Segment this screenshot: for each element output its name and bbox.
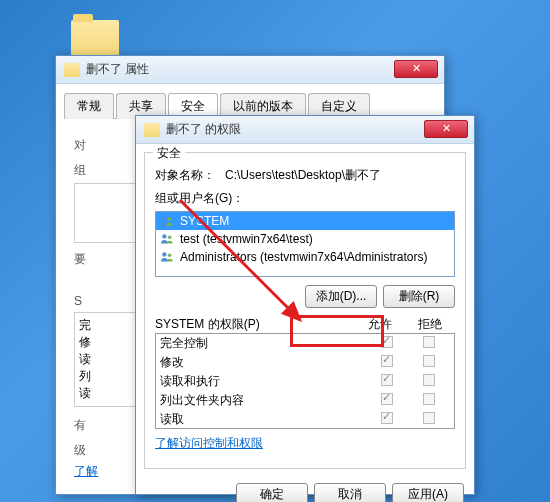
allow-checkbox[interactable] bbox=[381, 336, 393, 348]
svg-point-0 bbox=[162, 216, 166, 220]
object-name-label: 对象名称： bbox=[155, 167, 225, 184]
cancel-button[interactable]: 取消 bbox=[314, 483, 386, 502]
allow-checkbox[interactable] bbox=[381, 374, 393, 386]
perm-title: SYSTEM 的权限(P) bbox=[155, 316, 355, 333]
learn-access-link[interactable]: 了解访问控制和权限 bbox=[155, 435, 263, 452]
table-row: 读取和执行 bbox=[156, 372, 454, 391]
deny-checkbox[interactable] bbox=[423, 412, 435, 424]
folder-icon bbox=[64, 63, 80, 77]
dialog-buttons: 确定 取消 应用(A) bbox=[136, 477, 474, 502]
deny-checkbox[interactable] bbox=[423, 355, 435, 367]
deny-header: 拒绝 bbox=[405, 316, 455, 333]
list-item[interactable]: SYSTEM bbox=[156, 212, 454, 230]
permissions-window: 删不了 的权限 ✕ 安全 对象名称： C:\Users\test\Desktop… bbox=[135, 115, 475, 495]
user-name: test (testvmwin7x64\test) bbox=[180, 232, 313, 246]
svg-point-1 bbox=[168, 218, 172, 222]
svg-point-3 bbox=[168, 236, 172, 240]
apply-button[interactable]: 应用(A) bbox=[392, 483, 464, 502]
titlebar[interactable]: 删不了 属性 ✕ bbox=[56, 56, 444, 84]
group-title: 安全 bbox=[153, 145, 185, 162]
close-button[interactable]: ✕ bbox=[424, 120, 468, 138]
deny-checkbox[interactable] bbox=[423, 393, 435, 405]
deny-checkbox[interactable] bbox=[423, 374, 435, 386]
folder-icon bbox=[144, 123, 160, 137]
perm-name: 列出文件夹内容 bbox=[160, 392, 366, 409]
perm-name: 修改 bbox=[160, 354, 366, 371]
window-title: 删不了 属性 bbox=[86, 61, 440, 78]
users-listbox[interactable]: SYSTEMtest (testvmwin7x64\test)Administr… bbox=[155, 211, 455, 277]
table-row: 完全控制 bbox=[156, 334, 454, 353]
object-name-value: C:\Users\test\Desktop\删不了 bbox=[225, 167, 381, 184]
permissions-listbox[interactable]: 完全控制修改读取和执行列出文件夹内容读取 bbox=[155, 333, 455, 429]
deny-checkbox[interactable] bbox=[423, 336, 435, 348]
allow-checkbox[interactable] bbox=[381, 355, 393, 367]
users-icon bbox=[160, 250, 174, 264]
svg-point-5 bbox=[168, 254, 172, 258]
tab-general[interactable]: 常规 bbox=[64, 93, 114, 119]
users-icon bbox=[160, 232, 174, 246]
users-label: 组或用户名(G)： bbox=[155, 190, 455, 207]
folder-icon bbox=[71, 20, 119, 60]
ok-button[interactable]: 确定 bbox=[236, 483, 308, 502]
learn-link[interactable]: 了解 bbox=[74, 464, 98, 478]
svg-point-4 bbox=[162, 252, 166, 256]
perm-name: 读取和执行 bbox=[160, 373, 366, 390]
user-name: Administrators (testvmwin7x64\Administra… bbox=[180, 250, 427, 264]
remove-button[interactable]: 删除(R) bbox=[383, 285, 455, 308]
close-button[interactable]: ✕ bbox=[394, 60, 438, 78]
titlebar[interactable]: 删不了 的权限 ✕ bbox=[136, 116, 474, 144]
list-item[interactable]: test (testvmwin7x64\test) bbox=[156, 230, 454, 248]
perm-name: 完全控制 bbox=[160, 335, 366, 352]
allow-checkbox[interactable] bbox=[381, 393, 393, 405]
list-item[interactable]: Administrators (testvmwin7x64\Administra… bbox=[156, 248, 454, 266]
add-button[interactable]: 添加(D)... bbox=[305, 285, 377, 308]
allow-checkbox[interactable] bbox=[381, 412, 393, 424]
perm-name: 读取 bbox=[160, 411, 366, 428]
user-name: SYSTEM bbox=[180, 214, 229, 228]
tab-strip: 常规 共享 安全 以前的版本 自定义 bbox=[56, 84, 444, 118]
table-row: 读取 bbox=[156, 410, 454, 429]
table-row: 修改 bbox=[156, 353, 454, 372]
table-row: 列出文件夹内容 bbox=[156, 391, 454, 410]
users-icon bbox=[160, 214, 174, 228]
security-group: 安全 对象名称： C:\Users\test\Desktop\删不了 组或用户名… bbox=[144, 152, 466, 469]
svg-point-2 bbox=[162, 234, 166, 238]
allow-header: 允许 bbox=[355, 316, 405, 333]
